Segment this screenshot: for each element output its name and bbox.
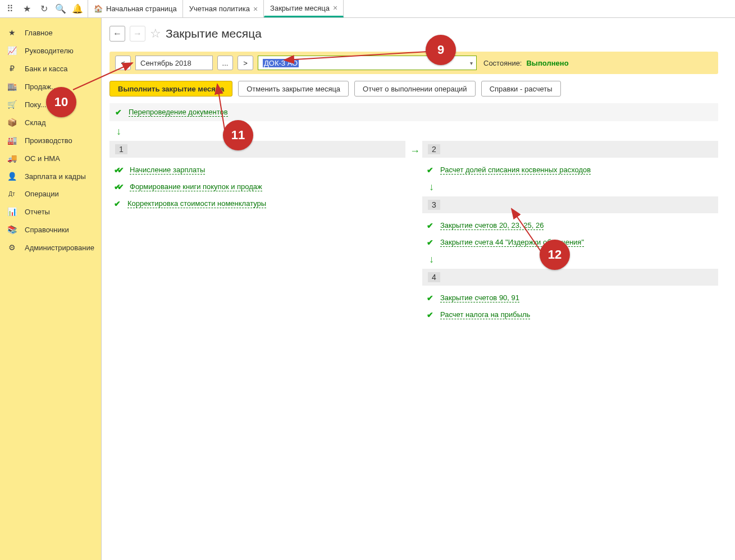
sidebar-item-label: Руководителю [25, 47, 74, 55]
sidebar-item-operations[interactable]: ДтОперации [0, 185, 101, 203]
person-icon: 👤 [7, 172, 17, 181]
check-icon: ✔ [114, 199, 121, 208]
flow-arrow-down-icon: ↓ [429, 181, 718, 193]
toolbar-icons: ⠿ ★ ↻ 🔍 🔔 [0, 0, 88, 17]
flow-arrow-down-icon: ↓ [429, 254, 718, 265]
content-area: ← → ☆ Закрытие месяца < Сентябрь 2018 ..… [102, 18, 735, 560]
sidebar-item-label: Поку... [25, 100, 46, 109]
op-indirect-costs-link[interactable]: Расчет долей списания косвенных расходов [440, 166, 591, 175]
tabs-bar: 🏠 Начальная страница Учетная политика × … [88, 0, 344, 17]
cancel-closing-button[interactable]: Отменить закрытие месяца [238, 81, 349, 97]
operation-row: ✔Закрытие счетов 90, 91 [422, 291, 718, 305]
sidebar-item-payroll[interactable]: 👤Зарплата и кадры [0, 167, 101, 185]
operations-report-button[interactable]: Отчет о выполнении операций [354, 81, 476, 97]
sidebar-item-label: Администрирование [25, 244, 94, 252]
tab-home[interactable]: 🏠 Начальная страница [88, 0, 183, 17]
sidebar-item-warehouse[interactable]: 📦Склад [0, 113, 101, 131]
operation-row: ✔Расчет налога на прибыль [422, 308, 718, 322]
block-header: 4 [422, 269, 718, 286]
favorite-icon[interactable]: ☆ [150, 26, 161, 41]
gear-icon: ⚙ [7, 243, 17, 252]
sidebar-item-label: Производство [25, 136, 72, 145]
reprov-row: ✔ Перепроведение документов [109, 103, 718, 121]
check-icon: ✔ [427, 293, 433, 302]
sidebar-item-main[interactable]: ★Главное [0, 24, 101, 42]
title-row: ← → ☆ Закрытие месяца [109, 26, 718, 42]
history-icon[interactable]: ↻ [36, 1, 52, 17]
organization-value: ДОК-3 АО [263, 59, 299, 67]
op-payroll-link[interactable]: Начисление зарплаты [130, 166, 205, 175]
op-close-20-23-25-26-link[interactable]: Закрытие счетов 20, 23, 25, 26 [440, 221, 544, 230]
period-field[interactable]: Сентябрь 2018 [135, 56, 213, 70]
period-prev-button[interactable]: < [115, 56, 131, 70]
block-1: 1 ✔✔Начисление зарплаты ✔✔Формирование к… [109, 141, 405, 214]
dropdown-icon[interactable]: ▾ [466, 56, 476, 70]
tab-month-closing[interactable]: Закрытие месяца × [264, 0, 344, 17]
store-icon: 🏬 [7, 82, 17, 91]
op-cost-adjust-link[interactable]: Корректировка стоимости номенклатуры [127, 199, 266, 208]
status-value: Выполнено [526, 59, 568, 67]
actions-row: Выполнить закрытие месяца Отменить закры… [109, 81, 718, 97]
nav-forward-button[interactable]: → [130, 26, 145, 42]
chart-icon: 📈 [7, 46, 17, 55]
page-title: Закрытие месяца [166, 27, 262, 40]
period-value: Сентябрь 2018 [140, 59, 191, 67]
block-header: 2 [422, 141, 718, 158]
check-icon: ✔✔ [114, 166, 123, 175]
sidebar-item-label: Операции [25, 190, 59, 198]
period-more-button[interactable]: ... [217, 56, 233, 70]
bell-icon[interactable]: 🔔 [70, 1, 85, 17]
tab-label: Учетная политика [189, 4, 250, 13]
reprov-link[interactable]: Перепроведение документов [129, 108, 228, 117]
home-icon: 🏠 [94, 4, 103, 13]
star-icon: ★ [7, 28, 17, 37]
sidebar-item-catalogs[interactable]: 📚Справочники [0, 221, 101, 238]
check-icon: ✔ [427, 238, 433, 247]
check-icon: ✔✔ [114, 182, 123, 191]
block-number: 1 [115, 144, 127, 154]
close-icon[interactable]: × [333, 3, 337, 12]
cart-icon: 🛒 [7, 100, 17, 109]
references-button[interactable]: Справки - расчеты [481, 81, 561, 97]
blocks-right-col: → 2 ✔Расчет долей списания косвенных рас… [422, 141, 718, 325]
tab-accounting-policy[interactable]: Учетная политика × [183, 0, 264, 17]
sidebar-item-assets[interactable]: 🚚ОС и НМА [0, 149, 101, 167]
truck-icon: 🚚 [7, 154, 17, 163]
flow-arrow-down-icon: ↓ [116, 126, 718, 137]
box-icon: 📦 [7, 118, 17, 127]
check-icon: ✔ [427, 166, 433, 175]
block-number: 4 [428, 272, 440, 282]
sidebar-item-production[interactable]: 🏭Производство [0, 131, 101, 149]
block-header: 1 [109, 141, 405, 158]
op-close-90-91-link[interactable]: Закрытие счетов 90, 91 [440, 293, 519, 302]
nav-back-button[interactable]: ← [109, 26, 125, 42]
sidebar-item-label: Склад [25, 118, 46, 127]
close-icon[interactable]: × [253, 4, 258, 13]
sidebar-item-label: Справочники [25, 226, 69, 234]
execute-closing-button[interactable]: Выполнить закрытие месяца [109, 81, 232, 97]
sidebar-item-manager[interactable]: 📈Руководителю [0, 42, 101, 59]
sidebar-item-label: Зарплата и кадры [25, 172, 86, 181]
sidebar-item-reports[interactable]: 📊Отчеты [0, 203, 101, 221]
check-icon: ✔ [115, 108, 122, 117]
op-purchase-book-link[interactable]: Формирование книги покупок и продаж [130, 182, 262, 191]
books-icon: 📚 [7, 225, 17, 234]
search-icon[interactable]: 🔍 [53, 1, 69, 17]
operation-row: ✔Расчет долей списания косвенных расходо… [422, 163, 718, 177]
period-next-button[interactable]: > [238, 56, 253, 70]
tab-label: Начальная страница [106, 4, 177, 13]
block-number: 3 [428, 200, 440, 210]
sidebar-item-label: Отчеты [25, 208, 50, 216]
period-org-bar: < Сентябрь 2018 ... > ДОК-3 АО ▾ Состоян… [109, 52, 718, 74]
sidebar-item-admin[interactable]: ⚙Администрирование [0, 238, 101, 256]
operation-row: ✔✔Начисление зарплаты [109, 163, 405, 177]
block-header: 3 [422, 196, 718, 213]
sidebar-item-bank[interactable]: ₽Банк и касса [0, 59, 101, 77]
operation-row: ✔Корректировка стоимости номенклатуры [109, 197, 405, 210]
star-icon[interactable]: ★ [19, 1, 35, 17]
callout-12: 12 [540, 240, 570, 270]
block-number: 2 [428, 144, 440, 154]
op-income-tax-link[interactable]: Расчет налога на прибыль [440, 310, 530, 319]
ruble-icon: ₽ [7, 64, 17, 73]
apps-icon[interactable]: ⠿ [2, 1, 18, 17]
